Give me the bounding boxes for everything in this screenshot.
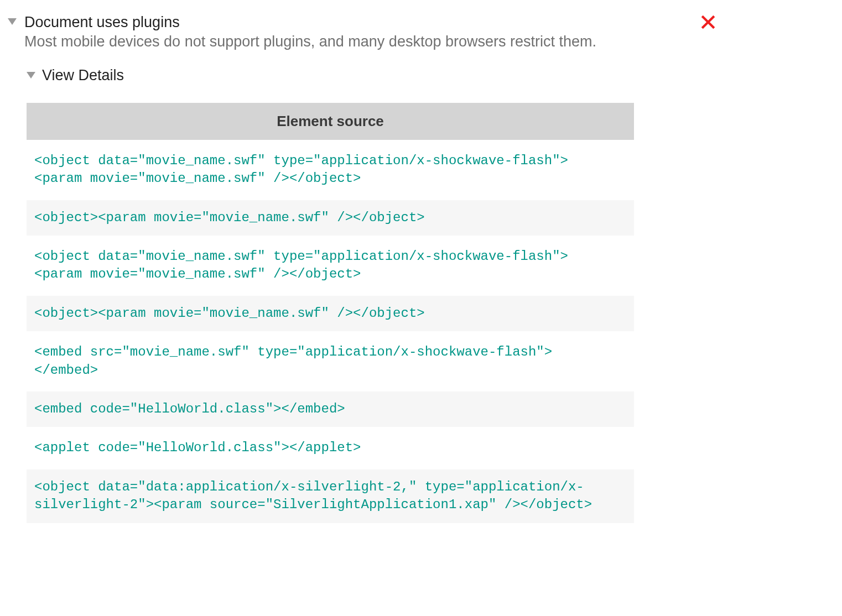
table-row: <embed src="movie_name.swf" type="applic… [27, 335, 634, 388]
element-source-cell: <object><param movie="movie_name.swf" />… [27, 296, 634, 331]
table-row: <object data="movie_name.swf" type="appl… [27, 239, 634, 293]
chevron-down-icon [27, 72, 35, 79]
audit-text: Document uses plugins Most mobile device… [24, 13, 721, 51]
audit-item: Document uses plugins Most mobile device… [8, 0, 721, 526]
element-source-cell: <embed code="HelloWorld.class"></embed> [27, 391, 634, 427]
details-table-wrapper: Element source <object data="movie_name.… [27, 100, 721, 526]
audit-title: Document uses plugins [24, 13, 721, 32]
table-row: <object><param movie="movie_name.swf" />… [27, 296, 634, 331]
table-row: <object data="movie_name.swf" type="appl… [27, 143, 634, 197]
details-toggle[interactable]: View Details [27, 67, 721, 84]
element-source-cell: <object data="data:application/x-silverl… [27, 469, 634, 523]
table-header: Element source [27, 103, 634, 140]
element-source-cell: <object data="movie_name.swf" type="appl… [27, 239, 634, 293]
element-source-cell: <embed src="movie_name.swf" type="applic… [27, 335, 634, 388]
fail-status-icon [700, 14, 716, 30]
element-source-table: Element source <object data="movie_name.… [27, 100, 634, 526]
element-source-cell: <object><param movie="movie_name.swf" />… [27, 200, 634, 236]
table-row: <object data="data:application/x-silverl… [27, 469, 634, 523]
element-source-cell: <object data="movie_name.swf" type="appl… [27, 143, 634, 197]
table-row: <applet code="HelloWorld.class"></applet… [27, 430, 634, 466]
details-label: View Details [42, 67, 124, 84]
audit-header[interactable]: Document uses plugins Most mobile device… [8, 13, 721, 51]
element-source-cell: <applet code="HelloWorld.class"></applet… [27, 430, 634, 466]
table-row: <embed code="HelloWorld.class"></embed> [27, 391, 634, 427]
table-row: <object><param movie="movie_name.swf" />… [27, 200, 634, 236]
audit-description: Most mobile devices do not support plugi… [24, 32, 721, 51]
audit-details: View Details Element source <object data… [27, 67, 721, 526]
chevron-down-icon [8, 18, 17, 25]
